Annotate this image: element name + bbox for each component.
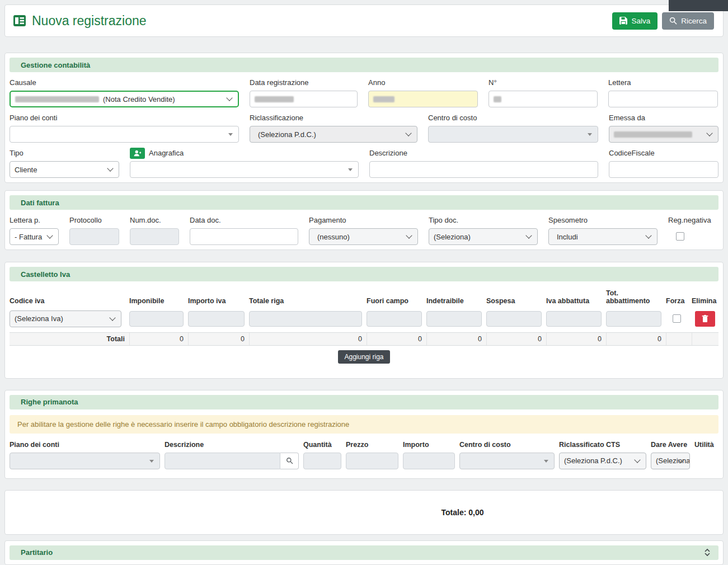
emessa-da-label: Emessa da: [609, 112, 718, 124]
journal-icon: [13, 14, 26, 27]
righe-descrizione-search-button[interactable]: [280, 453, 299, 469]
section-castelletto-iva: Castelletto Iva Codice iva Imponibile Im…: [4, 262, 724, 379]
importo-input: [403, 453, 455, 469]
field-righe-descrizione: Descrizione: [165, 439, 299, 469]
field-descrizione: Descrizione: [369, 148, 598, 178]
tipo-label: Tipo: [10, 148, 119, 159]
codice-fiscale-label: CodiceFiscale: [609, 148, 718, 159]
field-data-doc: Data doc.: [190, 215, 298, 245]
total-totale-riga: 0: [249, 333, 367, 345]
gestione-section-header: Gestione contabilità: [10, 58, 718, 72]
causale-label: Causale: [10, 77, 239, 88]
lettera-input[interactable]: [608, 91, 718, 107]
field-righe-centro-di-costo: Centro di costo: [459, 439, 555, 469]
section-partitario: Partitario: [4, 540, 724, 565]
codice-iva-value: (Seleziona Iva): [15, 314, 63, 323]
field-piano-dei-conti: Piano dei conti: [10, 112, 239, 143]
col-elimina: Elimina: [692, 295, 718, 308]
redacted-text: [373, 96, 394, 102]
search-button[interactable]: Ricerca: [662, 12, 714, 30]
iva-row-codice-cell: (Seleziona Iva): [10, 309, 129, 329]
delete-row-button[interactable]: [695, 311, 715, 327]
anagrafica-select[interactable]: [130, 161, 359, 178]
righe-warning: Per abilitare la gestione delle righe è …: [10, 415, 718, 434]
quantita-input: [303, 453, 341, 469]
col-iva-abbattuta: Iva abbattuta: [546, 295, 606, 308]
field-riclassificazione: Riclassificazione (Seleziona P.d.C.): [250, 112, 417, 143]
reg-negativa-checkbox[interactable]: [676, 232, 684, 241]
tot-abbattimento-input: [606, 311, 661, 327]
magnifier-icon: [669, 17, 677, 25]
data-registrazione-input[interactable]: [250, 91, 358, 107]
righe-centro-di-costo-label: Centro di costo: [459, 439, 555, 450]
anagrafica-add-button[interactable]: [130, 148, 145, 159]
field-codice-fiscale: CodiceFiscale: [609, 148, 718, 178]
iva-row-sospesa-cell: [486, 309, 546, 329]
totals-label: Totali: [10, 333, 129, 345]
causale-select[interactable]: (Nota Credito Vendite): [10, 91, 239, 107]
dare-avere-select[interactable]: (Seleziona): [651, 453, 690, 469]
emessa-da-select[interactable]: [609, 126, 718, 143]
numero-label: N°: [489, 77, 598, 88]
riclassificato-cts-select[interactable]: (Seleziona P.d.C.): [559, 453, 646, 469]
iva-abbattuta-input: [546, 311, 602, 327]
protocollo-label: Protocollo: [69, 215, 119, 226]
save-button[interactable]: Salva: [612, 12, 657, 30]
field-utilita: Utilità: [694, 439, 718, 469]
col-imponibile: Imponibile: [129, 295, 188, 308]
lettera-label: Lettera: [608, 77, 718, 88]
field-data-registrazione: Data registrazione: [250, 77, 358, 107]
spesometro-select[interactable]: Includi: [548, 228, 657, 245]
iva-row-importo-iva-cell: [188, 309, 249, 329]
utilita-label: Utilità: [694, 439, 718, 450]
riclassificazione-value: (Seleziona P.d.C.): [258, 130, 316, 139]
righe-centro-di-costo-select: [459, 453, 555, 469]
pagamento-select[interactable]: (nessuno): [309, 228, 418, 245]
iva-row-forza-cell: [666, 309, 692, 329]
field-spesometro: Spesometro Includi: [548, 215, 657, 245]
save-button-label: Salva: [631, 17, 650, 25]
forza-checkbox[interactable]: [673, 314, 681, 323]
field-num-doc: Num.doc.: [130, 215, 179, 245]
add-row-button[interactable]: Aggiungi riga: [338, 350, 389, 364]
riclassificazione-select[interactable]: (Seleziona P.d.C.): [250, 126, 417, 143]
field-protocollo: Protocollo: [69, 215, 119, 245]
imponibile-input: [129, 311, 184, 327]
tipo-select[interactable]: Cliente: [10, 161, 119, 178]
field-righe-piano-dei-conti: Piano dei conti: [10, 439, 160, 469]
total-fuori-campo: 0: [367, 333, 426, 345]
totale-label: Totale:: [442, 508, 467, 517]
descrizione-input[interactable]: [369, 161, 598, 178]
righe-fields-row: Piano dei conti Descrizione Quantità Pre…: [10, 439, 718, 469]
total-sospesa: 0: [486, 333, 546, 345]
partitario-header[interactable]: Partitario: [10, 545, 718, 560]
field-riclassificato-cts: Riclassificato CTS (Seleziona P.d.C.): [559, 439, 646, 469]
section-gestione-contabilita: Gestione contabilità Causale (Nota Credi…: [4, 53, 724, 183]
data-doc-input[interactable]: [190, 228, 298, 245]
col-codice-iva: Codice iva: [10, 295, 129, 308]
page-title-text: Nuova registrazione: [32, 13, 147, 29]
anagrafica-label-line: Anagrafica: [130, 148, 359, 159]
righe-descrizione-group: [165, 453, 299, 469]
redacted-text: [255, 96, 294, 102]
redacted-text: [614, 131, 692, 138]
lettera-p-select[interactable]: - Fattura: [10, 228, 59, 245]
iva-row-elimina-cell: [692, 309, 718, 329]
totale-value: 0,00: [468, 508, 483, 517]
num-doc-input: [130, 228, 179, 245]
codice-iva-select[interactable]: (Seleziona Iva): [10, 310, 121, 327]
castelletto-input-row: (Seleziona Iva): [10, 309, 718, 329]
field-quantita: Quantità: [303, 439, 341, 469]
page-title: Nuova registrazione: [13, 13, 147, 29]
tipo-doc-select[interactable]: (Seleziona): [429, 228, 538, 245]
numero-input[interactable]: [489, 91, 598, 107]
field-reg-negativa: Reg.negativa: [668, 215, 718, 245]
field-anagrafica: Anagrafica: [130, 148, 359, 178]
piano-dei-conti-select[interactable]: [10, 126, 239, 143]
codice-fiscale-input[interactable]: [609, 161, 718, 178]
spesometro-value: Includi: [557, 233, 578, 241]
col-sospesa: Sospesa: [486, 295, 546, 308]
field-tipo-doc: Tipo doc. (Seleziona): [429, 215, 538, 245]
total-tot-abbattimento: 0: [606, 333, 666, 345]
anno-input[interactable]: [368, 91, 478, 107]
